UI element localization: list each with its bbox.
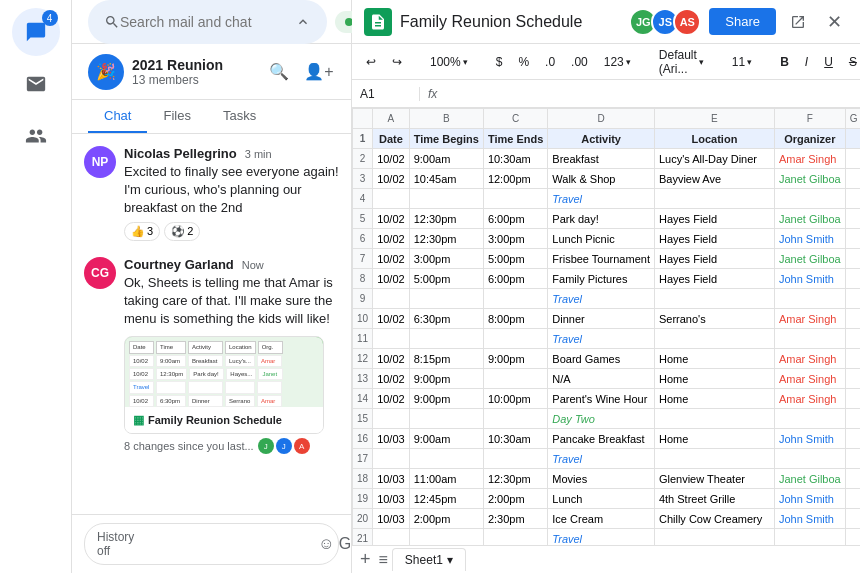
cell-time-end-12[interactable]: 9:00pm: [483, 349, 547, 369]
cell-time-end-9[interactable]: [483, 289, 547, 309]
cell-date-header[interactable]: Date: [373, 129, 410, 149]
thumbs-up-reaction[interactable]: 👍 3: [124, 222, 160, 241]
cell-location-2[interactable]: Lucy's All-Day Diner: [654, 149, 774, 169]
cell-g-12[interactable]: [845, 349, 860, 369]
cell-location-9[interactable]: [654, 289, 774, 309]
cell-time-begin-10[interactable]: 6:30pm: [409, 309, 483, 329]
cell-location-16[interactable]: Home: [654, 429, 774, 449]
cell-activity-3[interactable]: Walk & Shop: [548, 169, 655, 189]
cell-g-3[interactable]: [845, 169, 860, 189]
font-btn[interactable]: Default (Ari... ▾: [653, 46, 710, 78]
cell-time-end-11[interactable]: [483, 329, 547, 349]
cell-date-18[interactable]: 10/03: [373, 469, 410, 489]
cell-time-begin-21[interactable]: [409, 529, 483, 546]
cell-time-begin-18[interactable]: 11:00am: [409, 469, 483, 489]
cell-time-end-18[interactable]: 12:30pm: [483, 469, 547, 489]
cell-activity-7[interactable]: Frisbee Tournament: [548, 249, 655, 269]
cell-time-end-14[interactable]: 10:00pm: [483, 389, 547, 409]
cell-time-begin-14[interactable]: 9:00pm: [409, 389, 483, 409]
cell-organizer-4[interactable]: [774, 189, 845, 209]
tab-files[interactable]: Files: [147, 100, 206, 133]
cell-g-5[interactable]: [845, 209, 860, 229]
cell-g-16[interactable]: [845, 429, 860, 449]
cell-activity-12[interactable]: Board Games: [548, 349, 655, 369]
cell-date-14[interactable]: 10/02: [373, 389, 410, 409]
cell-activity-11[interactable]: Travel: [548, 329, 655, 349]
cell-location-10[interactable]: Serrano's: [654, 309, 774, 329]
cell-g-14[interactable]: [845, 389, 860, 409]
cell-activity-15[interactable]: Day Two: [548, 409, 655, 429]
cell-activity-14[interactable]: Parent's Wine Hour: [548, 389, 655, 409]
cell-time-begin-3[interactable]: 10:45am: [409, 169, 483, 189]
cell-activity-6[interactable]: Lunch Picnic: [548, 229, 655, 249]
underline-btn[interactable]: U: [818, 53, 839, 71]
cell-location-18[interactable]: Glenview Theater: [654, 469, 774, 489]
cell-location-8[interactable]: Hayes Field: [654, 269, 774, 289]
cell-location-13[interactable]: Home: [654, 369, 774, 389]
cell-activity-2[interactable]: Breakfast: [548, 149, 655, 169]
cell-time-end-5[interactable]: 6:00pm: [483, 209, 547, 229]
cell-time-begin-11[interactable]: [409, 329, 483, 349]
cell-date-20[interactable]: 10/03: [373, 509, 410, 529]
sheet-tab-1[interactable]: Sheet1 ▾: [392, 548, 466, 571]
cell-time-end-2[interactable]: 10:30am: [483, 149, 547, 169]
cell-g-7[interactable]: [845, 249, 860, 269]
cell-date-6[interactable]: 10/02: [373, 229, 410, 249]
cell-organizer-6[interactable]: John Smith: [774, 229, 845, 249]
cell-activity-4[interactable]: Travel: [548, 189, 655, 209]
cell-organizer-header[interactable]: Organizer: [774, 129, 845, 149]
italic-btn[interactable]: I: [799, 53, 814, 71]
tab-tasks[interactable]: Tasks: [207, 100, 272, 133]
cell-time-begin-16[interactable]: 9:00am: [409, 429, 483, 449]
cell-organizer-8[interactable]: John Smith: [774, 269, 845, 289]
sheet-menu-btn[interactable]: ≡: [379, 551, 388, 569]
cell-time-begin-4[interactable]: [409, 189, 483, 209]
cell-time-end-20[interactable]: 2:30pm: [483, 509, 547, 529]
cell-activity-10[interactable]: Dinner: [548, 309, 655, 329]
add-sheet-btn[interactable]: +: [360, 549, 371, 570]
cell-activity-19[interactable]: Lunch: [548, 489, 655, 509]
cell-organizer-13[interactable]: Amar Singh: [774, 369, 845, 389]
percent-btn[interactable]: %: [512, 53, 535, 71]
cell-activity-8[interactable]: Family Pictures: [548, 269, 655, 289]
cell-location-19[interactable]: 4th Street Grille: [654, 489, 774, 509]
cell-organizer-19[interactable]: John Smith: [774, 489, 845, 509]
cell-date-13[interactable]: 10/02: [373, 369, 410, 389]
cell-time-begin-2[interactable]: 9:00am: [409, 149, 483, 169]
cell-g1[interactable]: [845, 129, 860, 149]
cell-activity-16[interactable]: Pancake Breakfast: [548, 429, 655, 449]
cell-location-header[interactable]: Location: [654, 129, 774, 149]
cell-location-15[interactable]: [654, 409, 774, 429]
cell-date-17[interactable]: [373, 449, 410, 469]
soccer-reaction[interactable]: ⚽ 2: [164, 222, 200, 241]
cell-time-begin-19[interactable]: 12:45pm: [409, 489, 483, 509]
cell-g-6[interactable]: [845, 229, 860, 249]
message-input[interactable]: [142, 537, 310, 552]
cell-activity-9[interactable]: Travel: [548, 289, 655, 309]
cell-activity-20[interactable]: Ice Cream: [548, 509, 655, 529]
cell-time-end-4[interactable]: [483, 189, 547, 209]
cell-organizer-17[interactable]: [774, 449, 845, 469]
search-input[interactable]: [120, 14, 295, 30]
cell-time-begin-5[interactable]: 12:30pm: [409, 209, 483, 229]
emoji-icon[interactable]: ☺: [318, 535, 334, 553]
cell-time-end-21[interactable]: [483, 529, 547, 546]
sidebar-icon-chat[interactable]: 4: [12, 8, 60, 56]
cell-date-8[interactable]: 10/02: [373, 269, 410, 289]
cell-location-3[interactable]: Bayview Ave: [654, 169, 774, 189]
cell-time-end-17[interactable]: [483, 449, 547, 469]
cell-g-2[interactable]: [845, 149, 860, 169]
cell-g-9[interactable]: [845, 289, 860, 309]
cell-g-13[interactable]: [845, 369, 860, 389]
cell-location-6[interactable]: Hayes Field: [654, 229, 774, 249]
cell-organizer-3[interactable]: Janet Gilboa: [774, 169, 845, 189]
cell-organizer-15[interactable]: [774, 409, 845, 429]
spreadsheet-grid[interactable]: A B C D E F G 1 Date Time Begins: [352, 108, 860, 545]
cell-date-7[interactable]: 10/02: [373, 249, 410, 269]
redo-btn[interactable]: ↪: [386, 53, 408, 71]
cell-organizer-11[interactable]: [774, 329, 845, 349]
cell-time-begin-12[interactable]: 8:15pm: [409, 349, 483, 369]
cell-location-5[interactable]: Hayes Field: [654, 209, 774, 229]
cell-time-end-6[interactable]: 3:00pm: [483, 229, 547, 249]
cell-time-end-7[interactable]: 5:00pm: [483, 249, 547, 269]
